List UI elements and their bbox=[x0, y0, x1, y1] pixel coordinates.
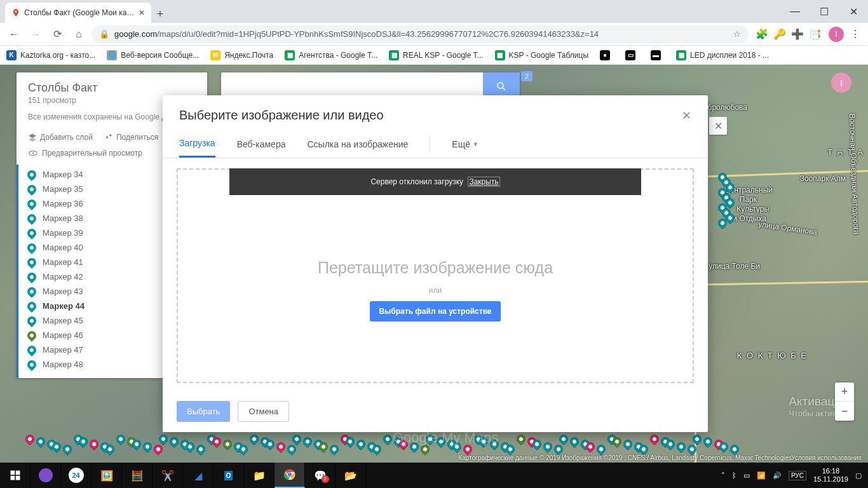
tray-notifications-icon[interactable]: ▢ bbox=[855, 471, 862, 480]
zoom-in-button[interactable]: + bbox=[835, 383, 854, 402]
marker-pin-icon bbox=[25, 344, 38, 356]
svg-point-3 bbox=[106, 136, 109, 139]
zoom-out-button[interactable]: − bbox=[835, 402, 854, 421]
marker-pin-icon bbox=[25, 329, 38, 342]
tab-more[interactable]: Ещё ▼ bbox=[452, 132, 478, 157]
browser-menu-button[interactable]: ⋮ bbox=[848, 28, 863, 40]
marker-pin-icon bbox=[25, 212, 38, 225]
share-button[interactable]: Поделиться bbox=[104, 133, 158, 142]
taskbar-app-5[interactable]: ✂️ bbox=[153, 463, 183, 488]
choose-file-button[interactable]: Выбрать файл на устройстве bbox=[370, 301, 500, 322]
bookmarks-bar: KKaztorka.org - казто...🌐Веб-версия Сооб… bbox=[0, 46, 868, 65]
map-label: Парк bbox=[740, 195, 757, 204]
taskbar-app-2[interactable]: 24 bbox=[61, 463, 92, 488]
map-viewport[interactable]: улица Добролюбова Центральный Парк Культ… bbox=[0, 65, 868, 463]
nav-back-button[interactable]: ← bbox=[5, 25, 23, 43]
map-terms-link[interactable]: Условия использования bbox=[791, 454, 862, 461]
marker-pin-icon bbox=[25, 271, 38, 283]
ext-icon-1[interactable]: 🧩 bbox=[756, 29, 768, 40]
bookmark-item[interactable]: 🌐Веб-версия Сообще... bbox=[107, 50, 199, 60]
marker-pin-icon bbox=[25, 168, 38, 181]
map-title: Столбы Факт bbox=[28, 81, 196, 95]
map-label: Культуры bbox=[736, 205, 770, 214]
bookmark-item[interactable]: ▦KSP - Google Таблицы bbox=[495, 50, 589, 60]
maximize-button[interactable]: ☐ bbox=[810, 0, 839, 23]
tab-close-icon[interactable]: ✕ bbox=[139, 8, 145, 17]
close-window-button[interactable]: ✕ bbox=[839, 0, 868, 23]
ext-icon-4[interactable]: 📑 bbox=[810, 29, 821, 40]
error-close-link[interactable]: Закрыть bbox=[468, 177, 499, 187]
nav-reload-button[interactable]: ⟳ bbox=[48, 25, 66, 43]
marker-pin-icon bbox=[25, 300, 38, 313]
tray-battery-icon[interactable]: ▭ bbox=[743, 471, 750, 480]
minimize-button[interactable]: ― bbox=[780, 0, 810, 23]
add-layer-button[interactable]: Добавить слой bbox=[28, 133, 93, 142]
select-button[interactable]: Выбрать bbox=[177, 401, 230, 422]
map-label: Т А Т А bbox=[827, 147, 864, 157]
taskbar-app-6[interactable]: ◢ bbox=[183, 463, 214, 488]
nav-home-button[interactable]: ⌂ bbox=[70, 25, 88, 43]
search-icon bbox=[496, 81, 507, 92]
maps-profile-avatar[interactable]: I bbox=[831, 72, 851, 93]
tab-upload[interactable]: Загрузка bbox=[179, 130, 215, 158]
chrome-icon bbox=[283, 468, 296, 481]
drop-zone-or: или bbox=[429, 286, 442, 295]
star-icon[interactable]: ☆ bbox=[733, 29, 741, 39]
system-tray: ˄ ᛒ ▭ 📶 🔊 РУС 16:18 15.11.2019 ▢ bbox=[715, 467, 868, 484]
bookmark-item[interactable]: ● bbox=[600, 50, 614, 60]
new-tab-button[interactable]: + bbox=[151, 5, 169, 23]
bookmark-item[interactable]: ▦LED дисплеи 2018 - ... bbox=[676, 50, 769, 60]
tab-title: Столбы Факт (Google Мои карты) bbox=[24, 8, 135, 17]
zoom-control: + − bbox=[835, 383, 854, 421]
dialog-title: Выберите изображение или видео bbox=[179, 108, 384, 123]
marker-pin-icon bbox=[25, 358, 38, 371]
nav-forward-button[interactable]: → bbox=[27, 25, 44, 43]
svg-rect-8 bbox=[15, 471, 20, 475]
profile-avatar[interactable]: I bbox=[829, 27, 844, 42]
browser-tab[interactable]: Столбы Факт (Google Мои карты) ✕ bbox=[5, 3, 151, 23]
bookmark-item[interactable]: ▦Агентства - Google Т... bbox=[285, 50, 377, 60]
ext-icon-3[interactable]: ➕ bbox=[792, 29, 803, 40]
taskbar-chrome[interactable] bbox=[275, 463, 305, 488]
start-button[interactable] bbox=[0, 463, 31, 488]
bookmark-item[interactable]: ✉Яндекс.Почта bbox=[210, 50, 273, 60]
close-info-panel-button[interactable]: ✕ bbox=[709, 117, 727, 135]
omnibox[interactable]: 🔒 google.com/maps/d/u/0/edit?mid=1HPjq5U… bbox=[92, 25, 749, 43]
tray-language[interactable]: РУС bbox=[789, 471, 806, 480]
tray-volume-icon[interactable]: 🔊 bbox=[773, 471, 782, 480]
bookmark-item[interactable]: KKaztorka.org - казто... bbox=[6, 50, 95, 60]
taskbar-folder[interactable]: 📂 bbox=[336, 463, 366, 488]
svg-rect-10 bbox=[15, 476, 20, 480]
svg-point-0 bbox=[15, 11, 17, 13]
cancel-button[interactable]: Отмена bbox=[238, 401, 289, 422]
bookmark-item[interactable]: ▦REAL KSP - Google T... bbox=[389, 50, 484, 60]
taskbar-outlook[interactable]: O bbox=[214, 463, 244, 488]
tray-wifi-icon[interactable]: 📶 bbox=[757, 471, 766, 480]
tab-webcam[interactable]: Веб-камера bbox=[237, 132, 286, 157]
taskbar-app-1[interactable] bbox=[31, 463, 61, 488]
tray-chevron-icon[interactable]: ˄ bbox=[721, 471, 725, 480]
tray-clock[interactable]: 16:18 15.11.2019 bbox=[813, 467, 848, 484]
dialog-close-button[interactable]: ✕ bbox=[682, 109, 691, 123]
drop-zone[interactable]: Сервер отклонил загрузку Закрыть Перетащ… bbox=[177, 168, 694, 383]
tab-image-link[interactable]: Ссылка на изображение bbox=[307, 132, 408, 157]
caret-down-icon: ▼ bbox=[473, 141, 478, 147]
browser-tabstrip: Столбы Факт (Google Мои карты) ✕ + bbox=[0, 0, 868, 23]
drop-zone-text: Перетащите изображение сюда bbox=[318, 259, 553, 277]
taskbar-whatsapp[interactable]: 💬2 bbox=[305, 463, 336, 488]
bookmark-item[interactable]: ▬ bbox=[651, 50, 665, 60]
tray-bluetooth-icon[interactable]: ᛒ bbox=[732, 471, 736, 479]
taskbar-explorer[interactable]: 📁 bbox=[244, 463, 275, 488]
bookmark-item[interactable]: ▭ bbox=[625, 50, 639, 60]
svg-rect-9 bbox=[10, 476, 15, 480]
marker-pin-icon bbox=[25, 315, 38, 327]
search-result-badge: 2 bbox=[521, 71, 532, 81]
dialog-tabs: Загрузка Веб-камера Ссылка на изображени… bbox=[163, 130, 708, 158]
taskbar-app-3[interactable]: 🖼️ bbox=[92, 463, 122, 488]
taskbar-app-4[interactable]: 🧮 bbox=[122, 463, 153, 488]
marker-pin-icon bbox=[25, 241, 38, 254]
lock-icon: 🔒 bbox=[99, 29, 109, 39]
upload-error-bar: Сервер отклонил загрузку Закрыть bbox=[229, 168, 641, 195]
marker-pin-icon bbox=[25, 285, 38, 298]
ext-icon-2[interactable]: 🔑 bbox=[774, 29, 785, 40]
